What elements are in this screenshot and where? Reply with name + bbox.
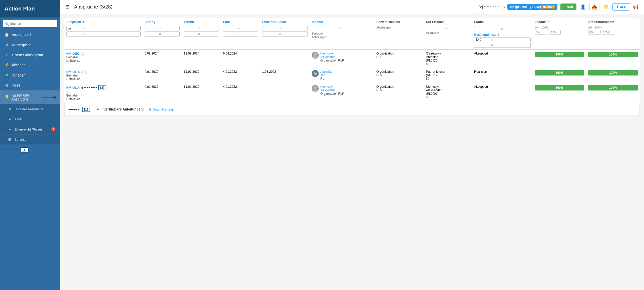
doc-icon: 📄 — [81, 52, 84, 55]
filter-anspruch-clear2[interactable]: ✕ — [83, 32, 86, 36]
sidebar-item-aktionen[interactable]: ⚡ Aktionen — [0, 60, 60, 70]
dashed-line-1 — [4, 150, 19, 150]
cell-arbeitsfortschritt-0014: 100% — [586, 83, 640, 103]
zeitablauf-min[interactable] — [535, 30, 547, 34]
user-icon-button[interactable]: 👤 — [578, 3, 588, 11]
menu-toggle-button[interactable]: ☰ — [64, 3, 71, 11]
sidebar-item-label: Vorlagen — [12, 73, 25, 77]
guides-label: Verfügbare Anleitungen: — [103, 107, 144, 111]
gesamtpunktzahl-input[interactable] — [475, 38, 490, 42]
external-link-icon: ↗ — [81, 70, 83, 74]
arbeitsfortschritt-min[interactable] — [588, 30, 601, 34]
filter-inhaber-input[interactable] — [313, 27, 338, 30]
nm-0015-link[interactable]: NM-0015 — [66, 70, 80, 74]
avatar-0015: JA — [312, 70, 319, 77]
cell-anspruch-0015: NM-0015 ↗ 📄 Beinahe-Unfälle #2 — [64, 68, 143, 83]
filter-ende-input2[interactable] — [224, 32, 237, 36]
inhaber-option-abteilungen: Abteilungen — [312, 36, 372, 38]
sidebar-item-aktionsplaene[interactable]: ≡ Aktionspläne — [0, 40, 60, 50]
flow-dashes — [484, 6, 499, 7]
new-button[interactable]: + Neu — [560, 4, 576, 10]
filter-ea-clear2[interactable]: ✕ — [279, 32, 281, 36]
filter-anfang-clear[interactable]: ✕ — [159, 27, 161, 30]
filter-termin-input[interactable] — [185, 27, 197, 30]
filter-anfang-clear2[interactable]: ✕ — [159, 32, 161, 36]
filter-anspruch-input2[interactable] — [68, 32, 83, 36]
sidebar-item-liste[interactable]: ≡ Liste der Ansprüche — [0, 104, 60, 114]
sidebar-item-vorlagen[interactable]: ≡ Vorlagen — [0, 70, 60, 80]
sidebar-item-pulse[interactable]: ◎ Pulse — [0, 80, 60, 90]
col-bezieht: Bezieht sich auf — [374, 18, 424, 25]
flow-badge[interactable]: Ansprüche Typ (2/2) NEUHEIT — [507, 4, 557, 10]
gesamtpunktzahl-clear[interactable]: ✕ — [491, 38, 493, 42]
calendar-icon: 📋 — [5, 32, 9, 37]
filter-ea-clear[interactable]: ✕ — [279, 27, 281, 30]
doc-icon-0014: 📄 — [66, 90, 70, 94]
filter-termin-clear2[interactable]: ✕ — [198, 32, 200, 36]
flow-indicator: [2] → Ansprüche Typ (2/2) NEUHEIT — [479, 4, 557, 10]
arbeitsfortschritt-max[interactable] — [602, 30, 614, 34]
megaphone-icon-button[interactable]: 📢 — [631, 3, 640, 11]
sidebar-item-neuer-aktionsplan[interactable]: + + Neuer Aktionsplan — [0, 50, 60, 60]
upload-icon-button[interactable]: 📤 — [589, 3, 599, 11]
inhaber-name-0015[interactable]: AngielskiJan — [320, 70, 332, 77]
new-button-label: + Neu — [564, 5, 573, 9]
plus-sub-icon: + — [8, 117, 12, 121]
gesamtpunktzahl-input2[interactable] — [475, 44, 490, 47]
zeitablauf-max[interactable] — [548, 30, 561, 34]
cell-anfang-0014: 4.01.2022 — [143, 83, 182, 103]
search-input[interactable] — [3, 20, 57, 27]
table-header-row: Anspruch ▼ Anfang Termin Ende Ende der A… — [64, 18, 640, 25]
sidebar-item-berichte[interactable]: ⊞ Berichte — [0, 134, 60, 145]
cell-status-0014: Akzeptiert — [472, 83, 533, 103]
sidebar-item-kaizen[interactable]: 💡 Kaizen und Ansprüche — [0, 90, 60, 104]
neuheit-badge: NEUHEIT — [542, 5, 555, 8]
datenfilterung-link[interactable]: ⊞ Datenfilterung — [149, 108, 173, 111]
cell-inhaber-0053: NiemczykAleksander Organisation RLP — [310, 50, 374, 68]
nm-0053-link[interactable]: NM-0053 — [66, 52, 80, 56]
filter-inhaber-clear[interactable]: ✕ — [339, 27, 341, 30]
folder-icon-button[interactable]: 📁 — [601, 3, 611, 11]
nm-0014-link[interactable]: NM-0014 — [66, 86, 80, 90]
filter-ende-clear2[interactable]: ✕ — [237, 32, 240, 36]
xls-button[interactable]: ⬇ XLS — [612, 3, 630, 10]
filter-anspruch-input[interactable] — [68, 27, 83, 30]
cell-termin-0014: 11.01.2022 — [182, 83, 221, 103]
gesamtpunktzahl-clear2[interactable]: ✕ — [491, 44, 493, 47]
cell-termin-0053: 13.08.2024 — [182, 50, 221, 68]
filter-ende-input[interactable] — [224, 27, 237, 30]
svg-point-3 — [313, 90, 318, 92]
col-inhaber: Inhaber — [310, 18, 374, 25]
filter-anfang-input[interactable] — [146, 27, 158, 30]
filter-termin-clear[interactable]: ✕ — [198, 27, 200, 30]
sidebar-item-anzeigetafel[interactable]: 📋 Anzeigetafel — [0, 30, 60, 40]
submit-icon: ≡ — [8, 127, 12, 132]
row-sub-0015: Beinahe-Unfälle #2 — [66, 74, 141, 81]
flow-label-2: [2] — [479, 5, 483, 9]
cell-zeitablauf-0014: 100% — [533, 83, 586, 103]
filter-ea-input2[interactable] — [263, 32, 278, 36]
filter-termin-input2[interactable] — [185, 32, 197, 36]
inhaber-org-0015: RL — [320, 77, 332, 80]
sidebar-item-label: Anzeigetafel — [12, 33, 31, 37]
filter-erfinder-clear[interactable]: ✕ — [445, 27, 448, 30]
report-icon: ⊞ — [8, 137, 12, 142]
filter-erfinder-input[interactable] — [427, 27, 445, 30]
col-anfang: Anfang — [143, 18, 182, 25]
sidebar-item-eingereicht[interactable]: ≡ Eingereicht (Pulse) 2 — [0, 124, 60, 134]
cell-erfinder-0053: Olszewska Antonina (RL0026) 50 — [424, 50, 472, 68]
filter-ea-input[interactable] — [263, 27, 278, 30]
filter-row: ✕ ✕ ✕ — [64, 25, 640, 50]
filter-anspruch-clear[interactable]: ✕ — [83, 27, 86, 30]
list-icon: ≡ — [5, 43, 9, 47]
inhaber-name-0014[interactable]: NiemczykAleksander — [320, 85, 335, 92]
filter-anfang-input2[interactable] — [146, 32, 158, 36]
sidebar-item-neu[interactable]: + + Neu — [0, 114, 60, 124]
inhaber-org-0014: Organisation RLP — [320, 92, 344, 96]
table-row: NM-0015 ↗ 📄 Beinahe-Unfälle #2 4.01.2022… — [64, 68, 640, 83]
zeitablauf-bar-0015: 100% — [535, 70, 584, 76]
inhaber-name-0053[interactable]: NiemczykAleksander — [320, 52, 335, 59]
status-select[interactable] — [474, 26, 504, 32]
filter-ende-clear[interactable]: ✕ — [237, 27, 240, 30]
annotation-label-3: [3] — [98, 85, 106, 90]
